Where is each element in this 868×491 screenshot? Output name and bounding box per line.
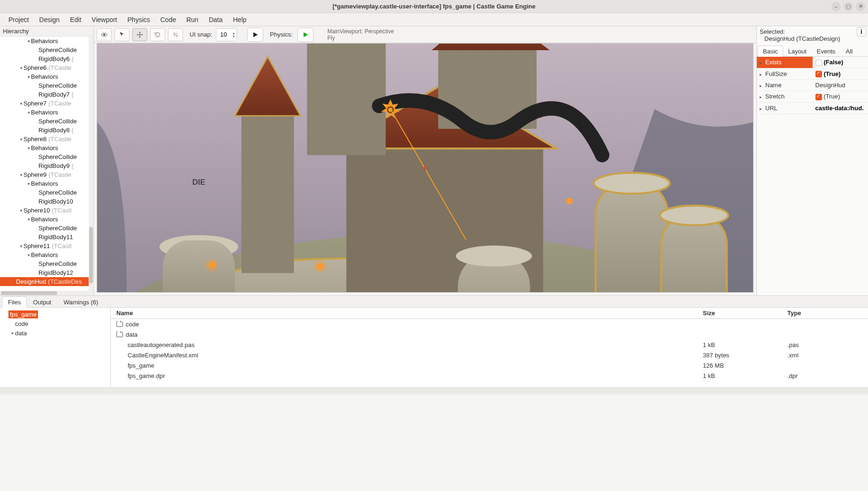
- menu-project[interactable]: Project: [4, 14, 34, 25]
- tree-row[interactable]: DesignHud(TCastleDes: [0, 277, 93, 286]
- property-row[interactable]: ▸NameDesignHud: [757, 80, 868, 91]
- folder-icon: [116, 332, 123, 337]
- checkbox-icon[interactable]: [815, 94, 822, 100]
- property-row[interactable]: ▸FullSize(True): [757, 68, 868, 80]
- inspector-tab-events[interactable]: Events: [812, 45, 841, 57]
- physics-play-button[interactable]: [297, 28, 313, 42]
- ui-snap-input[interactable]: ▲▼: [216, 28, 237, 41]
- tree-row[interactable]: SphereCollide: [0, 117, 93, 126]
- inspector-tab-basic[interactable]: Basic: [758, 45, 783, 57]
- svg-rect-6: [595, 181, 668, 293]
- spin-down-icon[interactable]: ▼: [232, 35, 235, 38]
- folder-tree[interactable]: fps_gamecode▸data: [0, 308, 111, 387]
- tree-row[interactable]: RigidBody12: [0, 268, 93, 277]
- scale-tool-button[interactable]: [168, 28, 183, 41]
- maximize-button[interactable]: ▢: [844, 2, 853, 11]
- tree-row[interactable]: ▾ Sphere8(TCastle: [0, 135, 93, 144]
- tree-row[interactable]: ▾ Behaviors: [0, 72, 93, 81]
- svg-marker-16: [432, 44, 550, 50]
- file-row[interactable]: fps_game.dpr1 kB.dpr: [111, 370, 868, 381]
- file-row[interactable]: castleautogenerated.pas1 kB.pas: [111, 340, 868, 350]
- toggle-visibility-button[interactable]: [97, 28, 112, 41]
- menu-edit[interactable]: Edit: [65, 14, 86, 25]
- play-button[interactable]: [247, 28, 263, 42]
- hierarchy-tree[interactable]: ▾ Behaviors SphereCollide RigidBody6(▾ S…: [0, 37, 93, 295]
- tree-row[interactable]: ▾ Behaviors: [0, 37, 93, 45]
- file-row[interactable]: fps_game126 MB: [111, 360, 868, 370]
- tree-row[interactable]: RigidBody7(: [0, 90, 93, 99]
- checkbox-icon[interactable]: [815, 60, 822, 66]
- property-row[interactable]: ▸Stretch(True): [757, 91, 868, 103]
- status-bar: [0, 387, 868, 394]
- tree-row[interactable]: ▾ Behaviors: [0, 144, 93, 152]
- rotate-tool-button[interactable]: [150, 28, 165, 41]
- tree-row[interactable]: ▾ Sphere10(TCastl: [0, 206, 93, 215]
- folder-tree-row[interactable]: code: [2, 319, 108, 328]
- tree-row[interactable]: ▾ Behaviors: [0, 250, 93, 259]
- minimize-button[interactable]: –: [831, 2, 841, 11]
- folder-tree-row[interactable]: fps_game: [2, 310, 108, 319]
- svg-point-7: [594, 173, 670, 194]
- property-row[interactable]: ▸Exists(False): [757, 57, 868, 68]
- column-name[interactable]: Name: [111, 310, 699, 317]
- menu-viewport[interactable]: Viewport: [87, 14, 122, 25]
- tree-row[interactable]: RigidBody10: [0, 197, 93, 206]
- svg-text:DIE: DIE: [192, 178, 206, 187]
- tree-row[interactable]: ▾ Sphere7(TCastle: [0, 99, 93, 108]
- menu-physics[interactable]: Physics: [123, 14, 155, 25]
- svg-marker-31: [381, 99, 400, 118]
- tree-row[interactable]: ▾ Sphere11(TCastl: [0, 242, 93, 250]
- property-table[interactable]: ▸Exists(False)▸FullSize(True)▸NameDesign…: [757, 57, 868, 114]
- tree-row[interactable]: RigidBody8(: [0, 126, 93, 135]
- bottom-tab[interactable]: Warnings (6): [57, 296, 104, 308]
- selected-value: DesignHud (TCastleDesign): [760, 35, 865, 42]
- tree-row[interactable]: SphereCollide: [0, 45, 93, 54]
- move-tool-button[interactable]: [132, 28, 147, 41]
- property-row[interactable]: ▸URLcastle-data:/hud.: [757, 102, 868, 113]
- menu-data[interactable]: Data: [204, 14, 228, 25]
- spin-up-icon[interactable]: ▲: [232, 31, 235, 35]
- tree-row[interactable]: SphereCollide: [0, 188, 93, 197]
- bottom-tab[interactable]: Files: [2, 296, 27, 308]
- checkbox-icon[interactable]: [815, 71, 822, 77]
- menu-run[interactable]: Run: [182, 14, 203, 25]
- folder-tree-row[interactable]: ▸data: [2, 328, 108, 338]
- hierarchy-scrollbar-vertical[interactable]: [89, 37, 93, 295]
- close-button[interactable]: ✕: [856, 2, 865, 11]
- menu-help[interactable]: Help: [228, 14, 251, 25]
- tree-row[interactable]: SphereCollide: [0, 224, 93, 233]
- tree-row[interactable]: ▾ Behaviors: [0, 108, 93, 117]
- tree-row[interactable]: RigidBody9(: [0, 161, 93, 170]
- select-tool-button[interactable]: [114, 28, 129, 41]
- inspector-tab-layout[interactable]: Layout: [783, 45, 812, 57]
- inspector-tab-all[interactable]: All: [841, 45, 858, 57]
- hierarchy-scrollbar-horizontal[interactable]: [0, 291, 89, 295]
- tree-row[interactable]: ▾ Sphere9(TCastle: [0, 170, 93, 179]
- tree-row[interactable]: ▾ Behaviors: [0, 179, 93, 188]
- svg-rect-5: [163, 240, 235, 293]
- light-gizmo[interactable]: [379, 98, 402, 122]
- tree-row[interactable]: RigidBody11: [0, 233, 93, 242]
- bottom-tab[interactable]: Output: [27, 296, 57, 308]
- file-rows[interactable]: codedatacastleautogenerated.pas1 kB.pasC…: [111, 319, 868, 387]
- file-row[interactable]: data: [111, 329, 868, 340]
- file-list: Name Size Type codedatacastleautogenerat…: [111, 308, 868, 387]
- tree-row[interactable]: SphereCollide: [0, 81, 93, 90]
- tree-row[interactable]: RigidBody6(: [0, 54, 93, 63]
- viewport-3d[interactable]: DIE: [97, 43, 754, 293]
- window-title: [*gameviewplay.castle-user-interface] fp…: [333, 3, 536, 10]
- viewport-crosshair-icon: [422, 165, 428, 171]
- menu-design[interactable]: Design: [35, 14, 65, 25]
- tree-row[interactable]: SphereCollide: [0, 152, 93, 161]
- column-type[interactable]: Type: [784, 310, 868, 317]
- menu-code[interactable]: Code: [156, 14, 181, 25]
- tree-row[interactable]: SphereCollide: [0, 259, 93, 268]
- tree-row[interactable]: ▾ Sphere6(TCastle: [0, 63, 93, 72]
- column-size[interactable]: Size: [699, 310, 784, 317]
- info-button[interactable]: i: [857, 27, 866, 37]
- tree-row[interactable]: ▾ Behaviors: [0, 215, 93, 224]
- file-row[interactable]: CastleEngineManifest.xml387 bytes.xml: [111, 350, 868, 360]
- file-row[interactable]: code: [111, 319, 868, 329]
- ui-snap-label: UI snap:: [190, 31, 212, 38]
- ui-snap-value[interactable]: [216, 31, 230, 38]
